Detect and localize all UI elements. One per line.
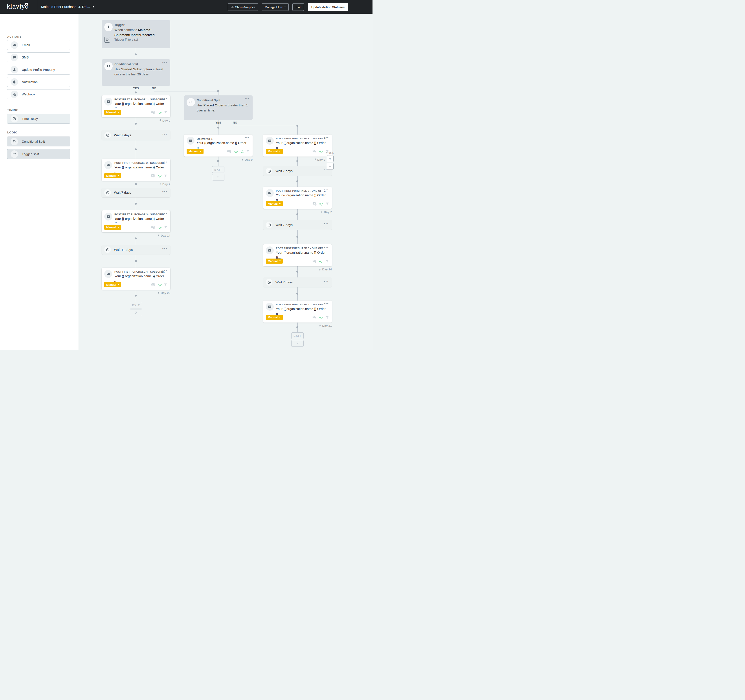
status-badge[interactable]: Manual (104, 173, 121, 178)
time-delay-card[interactable]: Wait 11 days ••• (102, 245, 170, 255)
time-delay-card[interactable]: Wait 7 days ••• (102, 130, 170, 140)
flow-title-dropdown[interactable]: Malomo Post Purchase: 4. Del... (41, 5, 90, 9)
status-badge[interactable]: Manual (266, 315, 283, 320)
zoom-out-button[interactable]: − (327, 163, 334, 170)
more-menu-icon[interactable]: ••• (162, 190, 168, 193)
merge-node[interactable] (130, 309, 142, 316)
email-icon (266, 137, 274, 145)
time-delay-card[interactable]: Wait 7 days ••• (102, 188, 170, 197)
status-badge[interactable]: Manual (266, 201, 283, 206)
more-menu-icon[interactable]: ••• (162, 97, 168, 100)
status-badge[interactable]: Manual (104, 225, 121, 230)
add-step-handle[interactable] (135, 123, 137, 125)
more-menu-icon[interactable]: ••• (162, 212, 168, 215)
add-step-handle[interactable] (217, 127, 219, 128)
add-step-handle[interactable] (135, 260, 137, 262)
analytics-squiggle-icon[interactable] (157, 283, 162, 287)
more-menu-icon[interactable]: ••• (324, 188, 329, 192)
status-badge[interactable]: Manual (187, 149, 203, 154)
conditional-split-card[interactable]: Conditional Split ••• Has Placed Order i… (184, 96, 253, 120)
more-menu-icon[interactable]: ••• (324, 136, 329, 139)
trigger-text: When someone (114, 28, 138, 32)
time-delay-card[interactable]: Wait 7 days ••• (263, 278, 332, 287)
more-menu-icon[interactable]: ••• (162, 160, 168, 164)
sidebar-item-conditional-split[interactable]: Conditional Split (7, 137, 70, 146)
add-step-handle[interactable] (135, 54, 137, 55)
email-card[interactable]: POST FIRST PURCHASE 4 - SUBSCRIB... ••• … (102, 268, 170, 290)
sidebar-item-update-profile-property[interactable]: Update Profile Property (7, 65, 70, 75)
profile-icon (10, 66, 18, 73)
analytics-squiggle-icon[interactable] (319, 260, 323, 263)
exit-button[interactable]: Exit (292, 3, 304, 11)
swap-arrows-icon[interactable] (240, 150, 244, 154)
add-step-handle[interactable] (135, 295, 137, 297)
conditional-split-card[interactable]: Conditional Split ••• Has Started Subscr… (102, 59, 170, 86)
add-step-handle[interactable] (296, 326, 298, 328)
email-card[interactable]: POST FIRST PURCHASE 3 - SUBSCRIB... ••• … (102, 210, 170, 232)
manage-flow-button[interactable]: Manage Flow (262, 3, 289, 11)
add-step-handle[interactable] (135, 91, 137, 93)
zoom-in-button[interactable]: + (327, 155, 334, 162)
more-menu-icon[interactable]: ••• (162, 132, 168, 136)
status-badge[interactable]: Manual (266, 149, 283, 154)
merge-node[interactable] (291, 340, 304, 347)
more-menu-icon[interactable]: ••• (162, 247, 168, 251)
trigger-filters-label[interactable]: Trigger Filters (1) (114, 38, 138, 41)
sidebar-item-webhook[interactable]: Webhook (7, 89, 70, 99)
email-title: POST FIRST PURCHASE 2 - SUBSCRIB... (114, 161, 165, 164)
add-step-handle[interactable] (296, 180, 298, 182)
more-menu-icon[interactable]: ••• (245, 136, 250, 139)
email-title: POST FIRST PURCHASE 1 - ONE OFF O... (276, 137, 326, 140)
status-badge[interactable]: Manual (266, 258, 283, 264)
email-title: Delivered 1 (197, 137, 247, 140)
add-step-handle[interactable] (217, 160, 219, 162)
email-card[interactable]: POST FIRST PURCHASE 2 - ONE OFF ... ••• … (263, 187, 332, 209)
analytics-squiggle-icon[interactable] (319, 202, 323, 206)
add-step-handle[interactable] (217, 90, 219, 92)
email-card[interactable]: POST FIRST PURCHASE 4 - ONE OFF ... ••• … (263, 300, 332, 322)
time-delay-card[interactable]: Wait 7 days ••• (263, 220, 332, 230)
email-card[interactable]: POST FIRST PURCHASE 3 - ONE OFF ... ••• … (263, 244, 332, 266)
add-step-handle[interactable] (135, 203, 137, 204)
more-menu-icon[interactable]: ••• (324, 301, 329, 305)
more-menu-icon[interactable]: ••• (324, 279, 329, 283)
add-step-handle[interactable] (296, 236, 298, 238)
add-step-handle[interactable] (296, 293, 298, 295)
merge-node[interactable] (212, 174, 224, 181)
add-step-handle[interactable] (135, 237, 137, 239)
analytics-squiggle-icon[interactable] (157, 225, 162, 229)
add-step-handle[interactable] (296, 271, 298, 273)
email-card[interactable]: POST FIRST PURCHASE 2 - SUBSCRIB... ••• … (102, 159, 170, 181)
sidebar-item-time-delay[interactable]: Time Delay (7, 113, 70, 124)
more-menu-icon[interactable]: ••• (245, 97, 250, 100)
trigger-card[interactable]: Trigger When someone Malomo: ShipmentUpd… (102, 20, 170, 48)
time-delay-card[interactable]: Wait 7 days ••• (263, 166, 332, 176)
update-action-statuses-button[interactable]: Update Action Statuses (308, 3, 348, 11)
more-menu-icon[interactable]: ••• (324, 245, 329, 249)
analytics-squiggle-icon[interactable] (234, 150, 238, 153)
trigger-filters-icon[interactable] (104, 37, 110, 43)
more-menu-icon[interactable]: ••• (162, 269, 168, 273)
analytics-squiggle-icon[interactable] (157, 110, 162, 114)
status-badge[interactable]: Manual (104, 110, 121, 115)
filter-icon (164, 110, 168, 114)
sidebar-item-email[interactable]: Email (7, 40, 70, 50)
email-card[interactable]: Delivered 1 ••• Your {{ organization.nam… (184, 134, 253, 157)
add-step-handle[interactable] (296, 125, 298, 127)
add-step-handle[interactable] (135, 148, 137, 151)
analytics-squiggle-icon[interactable] (319, 316, 323, 319)
more-menu-icon[interactable]: ••• (324, 222, 329, 225)
zoom-level: 100% (317, 151, 334, 155)
exit-node: EXIT (212, 166, 224, 173)
analytics-squiggle-icon[interactable] (157, 174, 162, 178)
email-card[interactable]: POST FIRST PURCHASE 1 - SUBSCRIBER ••• Y… (102, 96, 170, 117)
add-step-handle[interactable] (296, 213, 298, 215)
show-analytics-button[interactable]: Show Analytics (228, 3, 258, 11)
more-menu-icon[interactable]: ••• (162, 61, 168, 64)
caret-down-icon (118, 112, 119, 113)
status-badge[interactable]: Manual (104, 282, 121, 287)
sidebar-item-notification[interactable]: Notification (7, 77, 70, 87)
sidebar-item-sms[interactable]: SMS (7, 52, 70, 62)
sidebar-item-trigger-split[interactable]: Trigger Split (7, 149, 70, 159)
add-step-handle[interactable] (135, 183, 137, 185)
